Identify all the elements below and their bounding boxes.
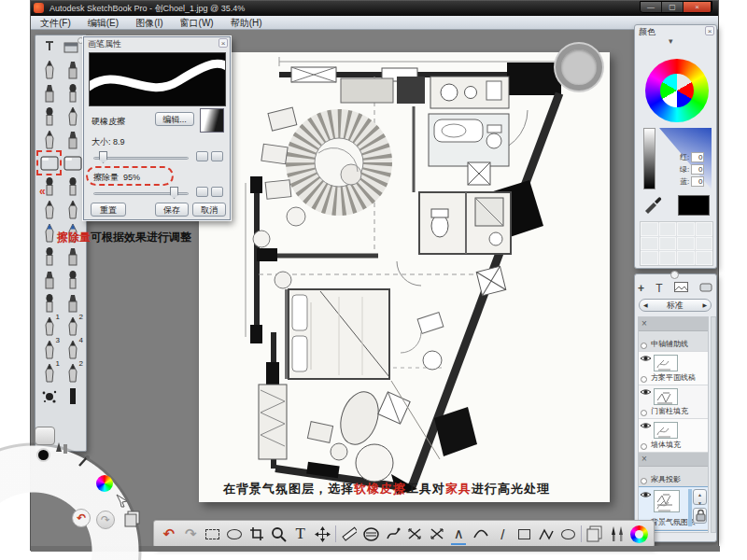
size-slider[interactable] <box>93 157 189 160</box>
brush-tip-preview[interactable] <box>200 108 224 133</box>
cancel-button[interactable]: 取消 <box>192 203 226 217</box>
brush-library-button[interactable] <box>608 524 627 544</box>
brush-splatter[interactable] <box>37 385 61 408</box>
rectangle-tool[interactable] <box>515 524 534 544</box>
ellipse-guide-tool[interactable] <box>361 524 380 544</box>
lagoon-stylus-icon[interactable] <box>78 455 91 469</box>
add-layer-button[interactable]: + <box>638 282 644 295</box>
eraser-soft[interactable] <box>61 151 84 175</box>
marquee-select-tool[interactable] <box>204 524 222 544</box>
ellipse-tool[interactable] <box>559 524 578 544</box>
color-panel-close-icon[interactable]: × <box>705 26 714 35</box>
line-tool[interactable]: / <box>493 524 512 544</box>
reset-button[interactable]: 重置 <box>91 203 126 217</box>
preset-right-icon[interactable]: ▶ <box>702 300 707 311</box>
layer-lock-button[interactable] <box>693 508 707 524</box>
layers-button[interactable] <box>585 524 604 544</box>
brush-round-2[interactable] <box>61 198 84 221</box>
brush-needle-2[interactable]: 2 <box>61 361 84 385</box>
polyline-n-tool[interactable] <box>537 524 556 544</box>
layer-row-columns[interactable]: 门窗柱填充 <box>639 385 708 419</box>
erase-slider-thumb[interactable] <box>170 187 178 199</box>
redo-button[interactable]: ↷ <box>182 524 201 544</box>
french-curve-tool[interactable] <box>384 524 402 544</box>
import-image-button[interactable] <box>674 282 688 295</box>
brush-texture-1[interactable] <box>37 291 61 315</box>
brush-ballpoint[interactable] <box>61 105 84 128</box>
color-wheel[interactable] <box>645 59 709 122</box>
brush-marker[interactable] <box>37 81 61 105</box>
corner-puck[interactable] <box>556 44 602 91</box>
layer-radio[interactable] <box>641 376 647 383</box>
preset-left-icon[interactable]: ◀ <box>643 300 648 311</box>
layer-row-shadows[interactable]: 家具投影 <box>639 467 708 487</box>
text-layer-button[interactable]: T <box>655 282 662 295</box>
lagoon-redo-button[interactable]: ↷ <box>96 511 115 529</box>
curve-tool[interactable] <box>472 524 490 544</box>
lagoon-cursor-icon[interactable] <box>115 494 129 511</box>
layer-menu-button[interactable] <box>699 282 712 295</box>
layer-radio[interactable] <box>641 478 647 484</box>
menu-help[interactable]: 帮助(H) <box>231 17 262 28</box>
zoom-tool[interactable] <box>270 524 289 544</box>
maximize-button[interactable]: ▢ <box>662 2 684 13</box>
layer-radio[interactable] <box>641 410 647 416</box>
layer-radio[interactable] <box>641 443 647 450</box>
lagoon-undo-button[interactable]: ↶ <box>72 509 91 527</box>
brush-mop-1[interactable] <box>37 268 61 291</box>
palette-window-icon[interactable] <box>63 40 78 57</box>
color-panel-collapse-icon[interactable]: ▾ <box>669 36 673 46</box>
symmetry-tool[interactable] <box>428 524 446 544</box>
brush-dark-marker[interactable] <box>61 385 84 408</box>
brush-wide-1[interactable] <box>37 245 61 268</box>
size-increment-button[interactable] <box>211 151 223 161</box>
color-wheel-inner[interactable] <box>660 74 694 107</box>
move-tool[interactable] <box>314 524 332 544</box>
brush-custom-2[interactable]: 2 <box>61 315 84 338</box>
brush-custom-4[interactable]: 4 <box>61 338 84 361</box>
lagoon-pen-icon[interactable] <box>55 441 68 458</box>
size-slider-thumb[interactable] <box>99 151 107 163</box>
eraser-hard-selected[interactable] <box>37 151 61 175</box>
polyline-tool-selected[interactable]: ∧ <box>449 524 468 544</box>
layer-group-divider[interactable]: × <box>639 317 708 331</box>
visibility-eye-icon[interactable] <box>640 421 652 430</box>
brush-needle-1[interactable]: 1 <box>37 361 61 385</box>
brush-liner[interactable] <box>61 128 84 151</box>
layers-scrollbar[interactable] <box>711 316 716 533</box>
menu-image[interactable]: 图像(I) <box>135 17 162 28</box>
lagoon-color-wheel-icon[interactable] <box>96 475 113 492</box>
brush-mop-2[interactable] <box>61 268 84 291</box>
palette-pin-icon[interactable] <box>43 39 56 56</box>
layers-panel-handle[interactable] <box>670 271 679 279</box>
close-button[interactable]: × <box>684 2 712 13</box>
menu-edit[interactable]: 编辑(E) <box>88 17 119 28</box>
color-puck-button[interactable] <box>629 524 648 544</box>
layer-row-linework[interactable]: 方案平面线稿 <box>639 352 708 385</box>
blue-value[interactable]: 0 <box>691 176 704 187</box>
swatch-grid[interactable] <box>640 221 713 266</box>
brush-airbrush[interactable] <box>37 105 61 128</box>
brush-fine[interactable] <box>37 128 61 151</box>
visibility-eye-icon[interactable] <box>640 490 652 499</box>
layer-row-walls[interactable]: 墙体填充 <box>639 419 708 453</box>
blend-mode-selector[interactable]: ◀ 标准 ▶ <box>639 299 712 312</box>
layer-row-guides[interactable]: 中轴辅助线 <box>639 331 708 352</box>
save-button[interactable]: 保存 <box>155 203 189 217</box>
visibility-eye-icon[interactable] <box>640 387 652 397</box>
brush-smear[interactable] <box>61 175 84 198</box>
erase-decrement-button[interactable] <box>196 187 208 197</box>
visibility-eye-icon[interactable] <box>640 354 652 363</box>
crop-tool[interactable] <box>247 524 266 544</box>
edit-button[interactable]: 编辑... <box>155 112 194 126</box>
layer-group-divider[interactable]: × <box>639 453 708 467</box>
distort-tool[interactable] <box>405 524 424 544</box>
mini-swatch-box[interactable] <box>35 427 55 445</box>
brush-round-1[interactable] <box>37 198 61 221</box>
menu-window[interactable]: 窗口(W) <box>180 17 214 28</box>
brush-wide-2[interactable] <box>61 245 84 268</box>
drawing-canvas[interactable]: 在背景气氛图层，选择软橡皮擦工具对家具进行高光处理 <box>199 52 610 502</box>
brush-pen[interactable] <box>61 58 84 81</box>
lasso-select-tool[interactable] <box>226 524 245 544</box>
text-tool[interactable]: T <box>291 524 310 544</box>
